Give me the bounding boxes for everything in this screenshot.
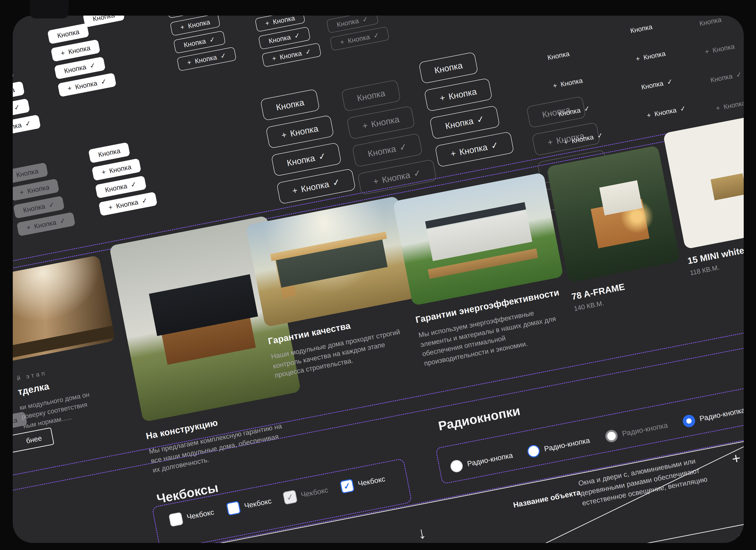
check-icon: ✓: [597, 132, 603, 140]
check-icon: ✓: [373, 32, 380, 39]
plus-icon: +: [563, 138, 569, 146]
ui-button[interactable]: Кнопка✓: [429, 105, 500, 140]
check-icon: ✓: [332, 178, 341, 188]
button-label: Кнопка: [356, 89, 386, 103]
plus-icon: +: [265, 19, 270, 27]
ui-button[interactable]: Кнопка✓: [553, 101, 596, 122]
check-icon: ✓: [209, 36, 216, 43]
ui-button-disabled: +Кнопка: [699, 38, 740, 60]
button-label: Кнопка: [13, 417, 18, 427]
plus-icon: +: [704, 48, 709, 55]
ui-button[interactable]: +Кнопка: [424, 78, 492, 112]
scroll-down-icon[interactable]: ↓: [416, 523, 427, 543]
plus-icon: +: [19, 189, 24, 196]
check-icon: ✓: [318, 151, 327, 161]
plus-icon: +: [108, 204, 113, 211]
button-label: Кнопка: [92, 16, 115, 22]
check-icon: ✓: [413, 168, 422, 178]
plus-icon: +: [60, 49, 65, 57]
plus-icon: +: [373, 177, 379, 186]
button-label: Кнопка: [444, 116, 474, 130]
button-label: Кнопка: [268, 34, 291, 44]
button-label: Кнопка: [27, 184, 50, 195]
check-icon: ✓: [476, 114, 485, 124]
button-label: Кнопка: [16, 167, 39, 178]
ui-button[interactable]: Кнопка✓: [636, 74, 679, 95]
button-label: Кнопка: [370, 115, 400, 129]
button-label: Кнопка: [712, 43, 735, 54]
check-icon: ✓: [48, 201, 55, 209]
object-row-label: Название объекта: [512, 488, 581, 510]
button-label: Кнопка: [630, 23, 653, 34]
button-label: Кнопка: [448, 87, 477, 101]
ui-button[interactable]: +Кнопка: [266, 115, 334, 149]
button-label: Кнопка: [187, 18, 210, 29]
plus-icon: +: [439, 93, 446, 103]
button-label: Кнопка: [300, 180, 330, 194]
plus-icon: +: [101, 168, 106, 176]
check-icon: ✓: [584, 105, 590, 113]
button-label: Кнопка: [643, 50, 666, 61]
plus-icon: +: [67, 85, 72, 92]
button-label: Кнопка: [547, 50, 570, 61]
check-icon: ✓: [294, 32, 301, 39]
button-label: Кнопка: [34, 219, 57, 230]
check-icon: ✓: [305, 48, 312, 56]
add-icon[interactable]: +: [730, 449, 742, 467]
button-label: Кнопка: [289, 124, 319, 138]
radio-button[interactable]: [526, 444, 541, 458]
plus-icon: +: [635, 55, 640, 63]
check-icon: ✓: [89, 62, 96, 69]
button-label: Кнопка: [381, 171, 411, 184]
plus-icon: +: [450, 149, 456, 158]
plus-icon: +: [180, 23, 185, 31]
button-label: Кнопка: [367, 144, 397, 158]
button-label: Кнопка: [723, 99, 744, 110]
button-label: Кнопка: [64, 64, 87, 74]
card-energy[interactable]: Гарантии энергоэффективности Мы использу…: [393, 171, 581, 368]
button-label: Кнопка: [434, 61, 463, 75]
radio-button[interactable]: [449, 459, 464, 473]
ui-button-disabled: Кнопка✓: [704, 67, 744, 88]
ui-button-disabled: +Кнопка: [347, 106, 415, 140]
plus-icon: +: [547, 137, 554, 147]
checkbox[interactable]: [226, 501, 241, 516]
check-icon: ✓: [59, 217, 66, 225]
button-label: Кнопка: [699, 16, 722, 27]
checkbox[interactable]: [168, 512, 183, 527]
checkbox: ✓: [283, 490, 297, 505]
check-icon: ✓: [679, 105, 686, 113]
check-icon: ✓: [130, 181, 137, 188]
table-divider-line: [393, 500, 744, 543]
screenshot-root: Кнопка +Кнопка Кнопка✓ +Кнопка✓ Кнопка +…: [0, 0, 756, 550]
radio-button[interactable]: [682, 414, 696, 428]
ui-button[interactable]: +Кнопка: [547, 73, 588, 94]
button-label: Кнопка: [109, 163, 132, 174]
plus-icon: +: [292, 186, 298, 195]
button-label: Кнопка: [183, 38, 206, 48]
check-icon: ✓: [343, 481, 352, 492]
button-label: Кнопка: [641, 80, 664, 91]
button-label: Кнопка: [104, 183, 128, 193]
radio-button: [604, 429, 619, 443]
check-icon: ✓: [25, 120, 31, 128]
ui-button-disabled: Кнопка✓: [352, 133, 423, 167]
check-icon: ✓: [666, 78, 673, 86]
plus-icon: +: [281, 130, 287, 140]
plus-icon: +: [339, 38, 345, 46]
ui-button[interactable]: +Кнопка: [630, 46, 671, 67]
button-label: Кнопка: [68, 44, 91, 55]
button-label: Кнопка: [654, 107, 677, 117]
card-aframe-photo: [546, 145, 680, 282]
check-icon: ✓: [100, 78, 107, 86]
check-icon: ✓: [490, 141, 499, 150]
design-canvas: Кнопка +Кнопка Кнопка✓ +Кнопка✓ Кнопка +…: [13, 16, 744, 543]
button-label: Кнопка: [22, 203, 46, 214]
button-label: Кнопка: [279, 50, 302, 60]
check-icon: ✓: [735, 71, 742, 79]
button-label: Кнопка: [275, 98, 305, 112]
ui-button[interactable]: Кнопка✓: [271, 142, 342, 177]
checkbox[interactable]: ✓: [340, 479, 355, 494]
rotated-plane: Кнопка +Кнопка Кнопка✓ +Кнопка✓ Кнопка +…: [13, 16, 744, 543]
ui-button-disabled: Кнопка: [694, 16, 727, 31]
